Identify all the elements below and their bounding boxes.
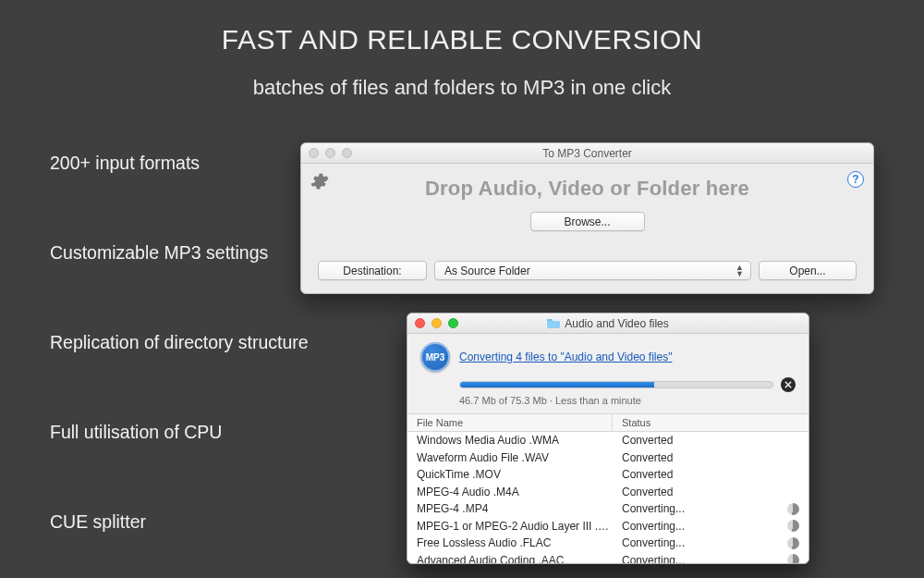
progress-bar [459, 381, 773, 388]
feature-item: 200+ input formats [50, 153, 309, 174]
cancel-button[interactable] [781, 377, 796, 392]
table-header: File Name Status [407, 414, 808, 432]
window-title: Audio and Video files [407, 317, 808, 330]
cell-status: Converted [613, 468, 808, 481]
cell-status: Converting... [613, 536, 808, 549]
table-row[interactable]: MPEG-4 Audio .M4AConverted [407, 484, 808, 501]
cell-filename: Advanced Audio Coding .AAC [407, 554, 613, 564]
mp3-badge-icon: MP3 [420, 342, 450, 372]
cell-filename: QuickTime .MOV [407, 468, 613, 481]
close-dot[interactable] [415, 318, 425, 328]
progress-text: 46.7 Mb of 75.3 Mb · Less than a minute [459, 395, 796, 406]
cell-status: Converting... [613, 554, 808, 564]
spinner-icon [787, 503, 799, 515]
folder-icon [547, 318, 560, 328]
window-title: To MP3 Converter [301, 147, 873, 160]
zoom-dot[interactable] [342, 148, 352, 158]
close-dot[interactable] [309, 148, 319, 158]
progress-header: MP3 Converting 4 files to "Audio and Vid… [407, 334, 808, 414]
spinner-icon [787, 520, 799, 532]
hero-subtitle: batches of files and folders to MP3 in o… [0, 76, 924, 100]
spinner-icon [787, 537, 799, 549]
converter-window: To MP3 Converter ? Drop Audio, Video or … [300, 142, 874, 294]
table-row[interactable]: Free Lossless Audio .FLACConverting... [407, 535, 808, 552]
traffic-lights [415, 318, 458, 328]
destination-select[interactable]: As Source Folder ▲▼ [434, 261, 751, 280]
titlebar[interactable]: To MP3 Converter [301, 143, 873, 164]
table-row[interactable]: Windows Media Audio .WMAConverted [407, 432, 808, 449]
table-row[interactable]: MPEG-4 .MP4Converting... [407, 500, 808, 518]
table-row[interactable]: QuickTime .MOVConverted [407, 466, 808, 484]
feature-list: 200+ input formats Customizable MP3 sett… [50, 153, 309, 533]
open-button[interactable]: Open... [759, 261, 857, 280]
feature-item: CUE splitter [50, 511, 309, 533]
column-header-status[interactable]: Status [613, 414, 808, 431]
feature-item: Customizable MP3 settings [50, 242, 309, 264]
spinner-icon [787, 554, 799, 564]
cell-filename: MPEG-4 Audio .M4A [407, 486, 613, 498]
browse-button[interactable]: Browse... [530, 212, 645, 231]
cell-status: Converted [613, 486, 808, 498]
destination-label-button[interactable]: Destination: [318, 261, 427, 280]
destination-value: As Source Folder [444, 264, 530, 277]
window-title-text: Audio and Video files [565, 317, 669, 330]
titlebar[interactable]: Audio and Video files [407, 314, 808, 334]
cell-status: Converted [613, 451, 808, 464]
hero-title: FAST AND RELIABLE CONVERSION [0, 24, 924, 55]
cell-filename: Free Lossless Audio .FLAC [407, 536, 613, 549]
table-row[interactable]: Advanced Audio Coding .AACConverting... [407, 552, 808, 565]
progress-window: Audio and Video files MP3 Converting 4 f… [407, 313, 809, 564]
minimize-dot[interactable] [325, 148, 335, 158]
cell-status: Converting... [613, 520, 808, 533]
zoom-dot[interactable] [448, 318, 458, 328]
cell-status: Converted [613, 434, 808, 447]
cell-filename: Waveform Audio File .WAV [407, 451, 613, 464]
cell-filename: MPEG-1 or MPEG-2 Audio Layer III .MP3 [407, 520, 613, 533]
feature-item: Full utilisation of CPU [50, 422, 309, 443]
feature-item: Replication of directory structure [50, 332, 309, 353]
column-header-filename[interactable]: File Name [407, 414, 613, 431]
cell-filename: MPEG-4 .MP4 [407, 502, 613, 515]
chevron-updown-icon: ▲▼ [736, 264, 744, 277]
table-row[interactable]: Waveform Audio File .WAVConverted [407, 449, 808, 467]
drop-message: Drop Audio, Video or Folder here [301, 177, 873, 201]
cell-filename: Windows Media Audio .WMA [407, 434, 613, 447]
table-row[interactable]: MPEG-1 or MPEG-2 Audio Layer III .MP3Con… [407, 518, 808, 535]
cell-status: Converting... [613, 502, 808, 515]
progress-bar-fill [460, 382, 654, 387]
traffic-lights [309, 148, 352, 158]
minimize-dot[interactable] [432, 318, 442, 328]
table-body: Windows Media Audio .WMAConvertedWavefor… [407, 432, 808, 564]
status-link[interactable]: Converting 4 files to "Audio and Video f… [459, 350, 672, 363]
